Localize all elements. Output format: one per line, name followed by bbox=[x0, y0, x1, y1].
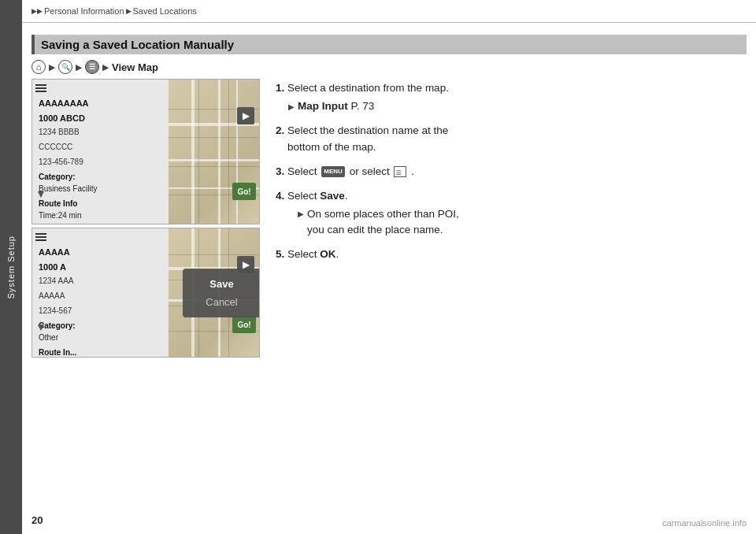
info-panel-bottom: AAAAA 1000 A 1234 AAA AAAAA 1234-567 Cat… bbox=[32, 241, 170, 358]
step4-sub: ▶ On some places other than POI,you can … bbox=[298, 206, 747, 239]
step2-text: Select the destination name at the botto… bbox=[276, 124, 448, 153]
list-icon-inline bbox=[394, 166, 406, 177]
step2-num: 2. bbox=[276, 124, 284, 136]
step3-period: . bbox=[411, 165, 414, 177]
screenshots-panel: AAAAAAAA 1000 ABCD 1234 BBBB CCCCCC 123-… bbox=[32, 79, 260, 518]
sidebar: System Setup bbox=[0, 0, 22, 534]
step1-num: 1. bbox=[276, 82, 284, 94]
section-header: Saving a Saved Location Manually bbox=[32, 35, 747, 54]
step3-or: or select bbox=[350, 165, 393, 177]
top-divider bbox=[22, 22, 756, 23]
step3-num: 3. bbox=[276, 165, 284, 177]
map-nav-arrow-top: ▶ bbox=[237, 107, 254, 124]
map-bottom: ▶ Go! Save Cancel bbox=[169, 228, 259, 357]
breadcrumb-arrow2: ▶ bbox=[126, 7, 132, 15]
nav-arrow3: ▶ bbox=[102, 63, 109, 72]
panel-left-top: AAAAAAAA 1000 ABCD 1234 BBBB CCCCCC 123-… bbox=[32, 80, 170, 224]
nav-arrow1: ▶ bbox=[49, 63, 55, 72]
address1-bottom: 1234 AAA bbox=[39, 275, 164, 287]
settings-icon: ☰ bbox=[85, 60, 99, 74]
go-button-bottom[interactable]: Go! bbox=[232, 316, 256, 333]
breadcrumb-item2: Saved Locations bbox=[133, 6, 197, 16]
breadcrumb: ▶▶ Personal Information ▶ Saved Location… bbox=[32, 6, 197, 16]
route-time-top: Time:24 min bbox=[39, 210, 164, 221]
category-top: Category: Business Facility bbox=[39, 171, 164, 195]
step1-sub: ▶ Map Input P. 73 bbox=[288, 98, 747, 115]
step1-sub-arrow: ▶ bbox=[288, 101, 295, 113]
category-bottom: Category: Other bbox=[39, 320, 164, 343]
search-icon: 🔍 bbox=[58, 60, 72, 74]
step4-text: Select Save. bbox=[287, 190, 348, 202]
instructions-panel: 1. Select a destination from the map. ▶ … bbox=[276, 79, 747, 518]
menu-icon-bottom[interactable] bbox=[35, 233, 46, 241]
step3-text: Select bbox=[287, 165, 320, 177]
page-number: 20 bbox=[32, 514, 43, 526]
step5-text: Select OK. bbox=[287, 248, 339, 260]
route-label-bottom: Route In... bbox=[39, 347, 164, 358]
address3-top: 123-456-789 bbox=[39, 156, 164, 168]
down-arrow-bottom: ▼ bbox=[35, 321, 46, 333]
location-subname-bottom: 1000 A bbox=[39, 261, 164, 274]
step4-sub-text: On some places other than POI,you can ed… bbox=[307, 206, 459, 239]
address2-top: CCCCCC bbox=[39, 141, 164, 153]
map-grid-top bbox=[169, 80, 259, 224]
save-button[interactable]: Save bbox=[209, 278, 233, 290]
down-arrow-top: ▼ bbox=[35, 187, 46, 200]
step4-num: 4. bbox=[276, 190, 284, 202]
instruction-4: 4. Select Save. ▶ On some places other t… bbox=[276, 188, 747, 239]
menu-icon-top[interactable] bbox=[35, 84, 46, 92]
location-subname-top: 1000 ABCD bbox=[39, 112, 164, 125]
instruction-1: 1. Select a destination from the map. ▶ … bbox=[276, 80, 747, 115]
main-content: ▶▶ Personal Information ▶ Saved Location… bbox=[22, 0, 756, 534]
section-title: Saving a Saved Location Manually bbox=[41, 38, 234, 51]
screenshot-top: AAAAAAAA 1000 ABCD 1234 BBBB CCCCCC 123-… bbox=[32, 79, 260, 224]
instruction-5: 5. Select OK. bbox=[276, 247, 747, 263]
watermark: carmanualsonline.info bbox=[662, 518, 747, 528]
step5-num: 5. bbox=[276, 248, 284, 260]
nav-label: View Map bbox=[112, 61, 158, 73]
category-label-top: Category: bbox=[39, 172, 76, 181]
route-bottom: Route In... Time:20... Distance:12.0... bbox=[39, 347, 164, 358]
location-name-bottom: AAAAA bbox=[39, 246, 164, 259]
route-label-top: Route Info bbox=[39, 198, 164, 210]
instruction-2: 2. Select the destination name at the bo… bbox=[276, 123, 747, 156]
breadcrumb-arrow1: ▶▶ bbox=[32, 7, 43, 15]
content-area: AAAAAAAA 1000 ABCD 1234 BBBB CCCCCC 123-… bbox=[32, 79, 747, 518]
step1-sub-text: Map Input P. 73 bbox=[298, 98, 374, 115]
address3-bottom: 1234-567 bbox=[39, 305, 164, 317]
address1-top: 1234 BBBB bbox=[39, 126, 164, 138]
save-cancel-dialog: Save Cancel bbox=[183, 269, 260, 317]
go-button-top[interactable]: Go! bbox=[232, 183, 256, 200]
nav-path: ⌂ ▶ 🔍 ▶ ☰ ▶ View Map bbox=[32, 60, 158, 74]
category-value-bottom: Other bbox=[39, 333, 58, 342]
step4-bullet-arrow: ▶ bbox=[298, 208, 304, 221]
cancel-button[interactable]: Cancel bbox=[206, 296, 237, 308]
home-icon: ⌂ bbox=[32, 60, 46, 74]
category-value-top: Business Facility bbox=[39, 184, 97, 193]
info-panel-top: AAAAAAAA 1000 ABCD 1234 BBBB CCCCCC 123-… bbox=[32, 92, 170, 224]
map-top: ▶ Go! bbox=[169, 80, 259, 224]
route-distance-top: Distance:10.0 mi bbox=[39, 221, 164, 224]
nav-arrow2: ▶ bbox=[76, 63, 82, 72]
route-top: Route Info Time:24 min Distance:10.0 mi bbox=[39, 198, 164, 224]
menu-icon-inline: MENU bbox=[321, 166, 345, 177]
step1-text: Select a destination from the map. bbox=[287, 82, 449, 94]
location-name-top: AAAAAAAA bbox=[39, 97, 164, 110]
instruction-3: 3. Select MENU or select . bbox=[276, 164, 747, 180]
address2-bottom: AAAAA bbox=[39, 290, 164, 302]
screenshot-bottom: AAAAA 1000 A 1234 AAA AAAAA 1234-567 Cat… bbox=[32, 228, 260, 358]
sidebar-label: System Setup bbox=[6, 235, 16, 299]
breadcrumb-item1: Personal Information bbox=[44, 6, 124, 16]
panel-left-bottom: AAAAA 1000 A 1234 AAA AAAAA 1234-567 Cat… bbox=[32, 228, 170, 357]
